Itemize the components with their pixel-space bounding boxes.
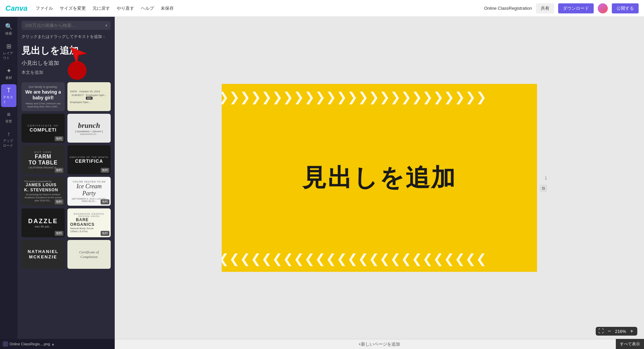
layout-icon: ⊞ bbox=[6, 43, 11, 50]
template-grid: Our family is growing. We are having a b… bbox=[21, 82, 111, 269]
add-page-button[interactable]: +新しいページを追加 bbox=[359, 341, 400, 347]
page-number: 1 bbox=[545, 176, 547, 181]
search-bar[interactable]: ▾ bbox=[21, 21, 111, 30]
upload-icon: ↑ bbox=[7, 131, 10, 138]
template-card-email[interactable]: DATE October 25, 2019 SUBJECT Employee O… bbox=[67, 82, 111, 111]
dropdown-arrow-icon: ▾ bbox=[105, 23, 107, 28]
menu-undo[interactable]: 元に戻す bbox=[93, 5, 110, 11]
sidebar-label-upload: アップロード bbox=[3, 139, 14, 148]
canvas-headline[interactable]: 見出しを追加 bbox=[302, 162, 457, 194]
text-options: 見出しを追加 小見出しを追加 本文を追加 bbox=[21, 43, 111, 77]
template-card-bare[interactable]: EDGEWOOD GRAPHIC DESIGN UNION BAREORGANI… bbox=[67, 208, 111, 237]
zoom-out-button[interactable]: − bbox=[606, 328, 612, 334]
sidebar-label-search: 検索 bbox=[5, 31, 12, 36]
template-card-farm[interactable]: EST 1995 FARMTO TABLE CALIFORNIA ORGANIC… bbox=[21, 145, 65, 174]
template-card-icecream[interactable]: YOU'RE INVITED TO AN Ice Cream Party SEP… bbox=[67, 177, 111, 206]
sidebar-label-background: 背景 bbox=[5, 119, 12, 124]
elements-icon: ✦ bbox=[6, 67, 11, 74]
search-icon: 🔍 bbox=[5, 23, 12, 30]
lines-icon: ≡ bbox=[7, 111, 11, 118]
sidebar-icons: 🔍 検索 ⊞ レイアウト ✦ 素材 T テキスト ≡ 背景 ↑ アップロード bbox=[0, 17, 17, 349]
share-button[interactable]: 共有 bbox=[536, 3, 554, 13]
topbar-menu: ファイル サイズを変更 元に戻す やり直す ヘルプ 未保存 bbox=[36, 5, 174, 11]
zoom-in-button[interactable]: + bbox=[629, 328, 635, 334]
main-canvas: ❯ ❯ ❯ ❯ ❯ ❯ ❯ ❯ ❯ ❯ ❯ ❯ ❯ ❯ ❯ ❯ ❯ ❯ ❯ ❯ bbox=[115, 17, 644, 339]
add-heading-button[interactable]: 見出しを追加 bbox=[21, 43, 111, 58]
add-body-button[interactable]: 本文を追加 bbox=[21, 68, 111, 77]
show-all-button[interactable]: すべて表示 bbox=[616, 339, 644, 349]
menu-unsaved: 未保存 bbox=[161, 5, 174, 11]
topbar-right: Online ClassRegistration 共有 ダウンロード 公開する bbox=[484, 3, 639, 13]
canvas-content: ❯ ❯ ❯ ❯ ❯ ❯ ❯ ❯ ❯ ❯ ❯ ❯ ❯ ❯ ❯ ❯ ❯ ❯ ❯ ❯ bbox=[222, 84, 537, 272]
fit-screen-icon[interactable]: ⛶ bbox=[598, 328, 604, 334]
menu-file[interactable]: ファイル bbox=[36, 5, 53, 11]
chevron-bottom: ❮ ❮ ❮ ❮ ❮ ❮ ❮ ❮ ❮ ❮ ❮ ❮ ❮ ❮ ❮ ❮ ❮ ❮ ❮ ❮ bbox=[222, 252, 537, 265]
add-text-label: クリックまたはドラッグしてテキストを追加： bbox=[21, 34, 111, 40]
sidebar-label-layout: レイアウト bbox=[3, 51, 14, 60]
template-card-baby[interactable]: Our family is growing. We are having a b… bbox=[21, 82, 65, 111]
taskbar-file[interactable]: Online ClassRegis....png ▲ bbox=[3, 341, 55, 347]
design-canvas[interactable]: ❯ ❯ ❯ ❯ ❯ ❯ ❯ ❯ ❯ ❯ ❯ ❯ ❯ ❯ ❯ ❯ ❯ ❯ ❯ ❯ bbox=[222, 84, 537, 272]
zoom-level: 216% bbox=[615, 329, 626, 334]
avatar[interactable] bbox=[598, 3, 608, 13]
expand-icon: ▲ bbox=[51, 342, 55, 346]
template-card-nathaniel[interactable]: NATHANIELMCKENZIE bbox=[21, 240, 65, 269]
sidebar-item-layout[interactable]: ⊞ レイアウト bbox=[1, 40, 16, 63]
zoom-controls: ⛶ − 216% + bbox=[596, 327, 637, 336]
text-icon: T bbox=[7, 87, 11, 94]
taskbar-filename: Online ClassRegis....png bbox=[9, 342, 50, 346]
sidebar-item-text[interactable]: T テキスト bbox=[1, 84, 16, 107]
download-button[interactable]: ダウンロード bbox=[558, 3, 594, 13]
canva-logo[interactable]: Canva bbox=[5, 4, 28, 13]
menu-redo[interactable]: やり直す bbox=[117, 5, 134, 11]
template-card-emp-cert[interactable]: EMPLOYEE OF THE MONTH CERTIFICA 無料 bbox=[67, 145, 111, 174]
publish-button[interactable]: 公開する bbox=[612, 3, 639, 13]
topbar: Canva ファイル サイズを変更 元に戻す やり直す ヘルプ 未保存 Onli… bbox=[0, 0, 644, 17]
bottom-bar: +新しいページを追加 bbox=[115, 339, 644, 349]
menu-help[interactable]: ヘルプ bbox=[141, 5, 154, 11]
sidebar-item-search[interactable]: 🔍 検索 bbox=[1, 20, 16, 39]
chevron-top: ❯ ❯ ❯ ❯ ❯ ❯ ❯ ❯ ❯ ❯ ❯ ❯ ❯ ❯ ❯ ❯ ❯ ❯ ❯ ❯ bbox=[222, 91, 537, 103]
sidebar-item-upload[interactable]: ↑ アップロード bbox=[1, 128, 16, 151]
menu-resize[interactable]: サイズを変更 bbox=[60, 5, 86, 11]
file-icon bbox=[3, 341, 8, 347]
add-subheading-button[interactable]: 小見出しを追加 bbox=[21, 58, 111, 68]
sidebar-item-background[interactable]: ≡ 背景 bbox=[1, 108, 16, 127]
page-actions: ⧉ bbox=[540, 185, 547, 192]
taskbar: Online ClassRegis....png ▲ bbox=[0, 339, 115, 349]
sidebar-label-elements: 素材 bbox=[5, 76, 12, 80]
page-action-copy[interactable]: ⧉ bbox=[540, 185, 547, 192]
template-card-cert[interactable]: CERTIFICATE OF COMPLETI 無料 bbox=[21, 114, 65, 143]
template-card-certificate[interactable]: Certificate ofCompletion bbox=[67, 240, 111, 269]
left-panel: ▾ クリックまたはドラッグしてテキストを追加： 見出しを追加 小見出しを追加 本… bbox=[17, 17, 115, 349]
template-card-james[interactable]: This event is presented by JAMES LOUISK.… bbox=[21, 177, 65, 206]
sidebar-item-elements[interactable]: ✦ 素材 bbox=[1, 64, 16, 83]
sidebar-label-text: テキスト bbox=[3, 95, 14, 104]
template-card-brunch[interactable]: brunch [ br(eakfast) + (l)lunch ] www.br… bbox=[67, 114, 111, 143]
project-title: Online ClassRegistration bbox=[484, 6, 532, 11]
template-card-dazzle[interactable]: DAZZLE eau de par... 無料 bbox=[21, 208, 65, 237]
search-input[interactable] bbox=[25, 23, 105, 28]
